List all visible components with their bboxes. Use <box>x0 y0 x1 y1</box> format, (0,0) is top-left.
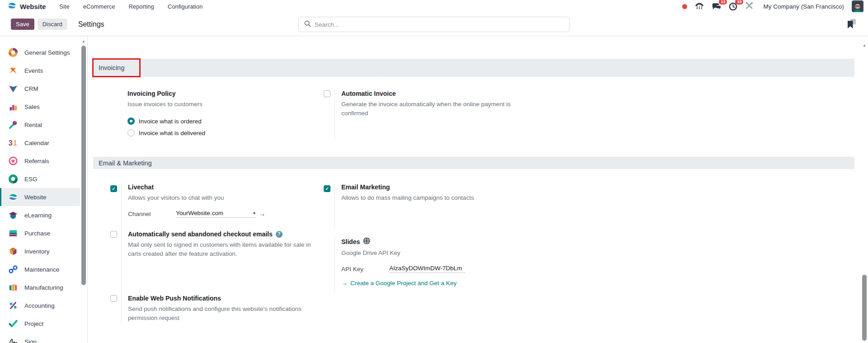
link-label[interactable]: Create a Google Project and Get a Key <box>350 280 457 287</box>
create-google-project-link[interactable]: → Create a Google Project and Get a Key <box>341 279 537 287</box>
record-indicator-icon <box>682 4 687 9</box>
control-bar: Save Discard Settings <box>0 13 868 36</box>
email-marketing-checkbox[interactable]: ✓ <box>324 185 330 192</box>
manufacturing-icon <box>8 282 18 292</box>
setting-description: Generate the invoice automatically when … <box>341 100 528 118</box>
sidebar-item-purchase[interactable]: Purchase <box>0 224 80 242</box>
sidebar-item-general-settings[interactable]: General Settings <box>0 43 80 61</box>
sidebar-item-sign[interactable]: Sign <box>0 333 80 343</box>
sidebar-item-label: General Settings <box>24 49 70 56</box>
sidebar-item-label: Sales <box>24 103 40 110</box>
sidebar-item-manufacturing[interactable]: Manufacturing <box>0 278 80 296</box>
web-push-checkbox[interactable] <box>110 295 117 302</box>
esg-icon <box>8 174 18 184</box>
sidebar-scrollbar[interactable]: ▲ <box>80 36 87 343</box>
web-push-setting: Enable Web Push Notifications Send push … <box>110 294 324 323</box>
accounting-icon <box>8 301 18 310</box>
livechat-setting: ✓ Livechat Allows your visitors to chat … <box>110 183 324 230</box>
app-name: Website <box>20 3 46 10</box>
sign-icon <box>8 337 18 343</box>
invoicing-policy-setting: Invoicing Policy Issue invoices to custo… <box>110 89 324 139</box>
sidebar-item-label: Project <box>24 320 43 327</box>
sidebar-item-accounting[interactable]: Accounting <box>0 296 80 315</box>
sidebar-item-referrals[interactable]: Referrals <box>0 152 80 170</box>
api-key-input[interactable]: AIzaSyDOWImDW-7DbLm <box>389 265 465 273</box>
sidebar-item-events[interactable]: Events <box>0 61 80 80</box>
sidebar-item-label: eLearning <box>24 212 52 219</box>
sidebar-item-label: Calendar <box>24 140 49 146</box>
elearning-icon <box>8 210 18 220</box>
sidebar-item-label: CRM <box>24 85 38 92</box>
setting-title: Automatic Invoice <box>341 89 537 98</box>
setting-description: Google Drive API Key <box>341 249 537 258</box>
app-brand[interactable]: Website <box>7 1 46 12</box>
setting-title: Email Marketing <box>341 183 537 191</box>
automatic-invoice-checkbox[interactable] <box>324 90 330 97</box>
top-menu-ecommerce[interactable]: eCommerce <box>83 3 115 10</box>
sidebar-item-maintenance[interactable]: Maintenance <box>0 260 80 278</box>
sidebar-item-calendar[interactable]: 31Calendar <box>0 134 80 152</box>
inventory-icon <box>8 246 18 256</box>
top-menu-configuration[interactable]: Configuration <box>168 3 203 10</box>
section-title: Invoicing <box>93 64 124 71</box>
search-box[interactable] <box>298 17 570 32</box>
search-icon <box>304 20 311 29</box>
api-key-field-row: API Key AIzaSyDOWImDW-7DbLm <box>341 265 537 273</box>
events-icon <box>8 66 18 75</box>
top-menu-site[interactable]: Site <box>59 3 69 10</box>
discard-button[interactable]: Discard <box>38 19 67 30</box>
save-button[interactable]: Save <box>11 19 34 30</box>
sidebar-item-label: Referrals <box>24 158 49 164</box>
sidebar-item-rental[interactable]: Rental <box>0 116 80 134</box>
internal-link-arrow-icon[interactable]: → <box>259 210 265 217</box>
slides-setting: Slides Google Driv <box>324 237 537 294</box>
chevron-down-icon[interactable]: ▾ <box>253 211 255 216</box>
channel-value[interactable]: YourWebsite.com <box>176 210 249 216</box>
sidebar-item-website[interactable]: Website <box>0 188 80 206</box>
help-icon[interactable]: ? <box>276 231 283 238</box>
sidebar-item-elearning[interactable]: eLearning <box>0 206 80 224</box>
sidebar-item-crm[interactable]: CRM <box>0 80 80 98</box>
scroll-up-icon[interactable]: ▲ <box>861 42 868 49</box>
referrals-icon <box>8 156 18 166</box>
setting-title: Slides <box>341 238 360 246</box>
content-scrollbar[interactable]: ▲ <box>861 36 868 343</box>
setting-description: Allows your visitors to chat with you <box>128 193 324 202</box>
sidebar-item-project[interactable]: Project <box>0 315 80 333</box>
odoo-settings-page: Website SiteeCommerceReportingConfigurat… <box>0 0 868 343</box>
email-marketing-setting: ✓ Email Marketing Allows to do mass mail… <box>324 183 537 230</box>
channel-select[interactable]: YourWebsite.com ▾ <box>176 210 255 218</box>
scroll-up-icon[interactable]: ▲ <box>80 38 87 45</box>
messages-icon[interactable]: 13 <box>712 2 721 10</box>
settings-sidebar: General SettingsEventsCRMSalesRental31Ca… <box>0 36 80 343</box>
bookmark-icon[interactable] <box>846 19 856 31</box>
invoicing-policy-option-0[interactable]: Invoice what is ordered <box>127 115 324 127</box>
tools-icon[interactable] <box>745 1 754 12</box>
sidebar-item-sales[interactable]: Sales <box>0 98 80 116</box>
content-scrollbar-thumb[interactable] <box>862 275 867 341</box>
sidebar-item-esg[interactable]: ESG <box>0 170 80 188</box>
api-key-value[interactable]: AIzaSyDOWImDW-7DbLm <box>389 265 465 272</box>
user-avatar[interactable] <box>852 0 863 12</box>
setting-title: Enable Web Push Notifications <box>128 294 324 302</box>
voip-phone-icon[interactable] <box>695 2 704 11</box>
search-input[interactable] <box>315 21 564 28</box>
abandoned-checkout-checkbox[interactable] <box>110 231 117 238</box>
link-arrow-icon: → <box>341 279 348 287</box>
page-title: Settings <box>78 20 104 28</box>
top-nav-bar: Website SiteeCommerceReportingConfigurat… <box>0 0 868 13</box>
livechat-checkbox[interactable]: ✓ <box>110 185 117 192</box>
api-key-label: API Key <box>341 266 389 273</box>
activities-clock-icon[interactable]: 33 <box>729 2 737 11</box>
odoo-website-logo-icon <box>7 1 17 12</box>
radio-option-label: Invoice what is delivered <box>139 130 205 136</box>
radio-unselected-icon[interactable] <box>127 129 135 136</box>
radio-option-label: Invoice what is ordered <box>139 118 202 125</box>
sidebar-scrollbar-thumb[interactable] <box>81 46 86 285</box>
calendar-icon: 31 <box>8 138 18 148</box>
radio-selected-icon[interactable] <box>127 117 135 125</box>
invoicing-policy-option-1[interactable]: Invoice what is delivered <box>127 127 324 139</box>
sidebar-item-inventory[interactable]: Inventory <box>0 242 80 260</box>
company-switcher[interactable]: My Company (San Francisco) <box>763 3 844 10</box>
top-menu-reporting[interactable]: Reporting <box>128 3 154 10</box>
